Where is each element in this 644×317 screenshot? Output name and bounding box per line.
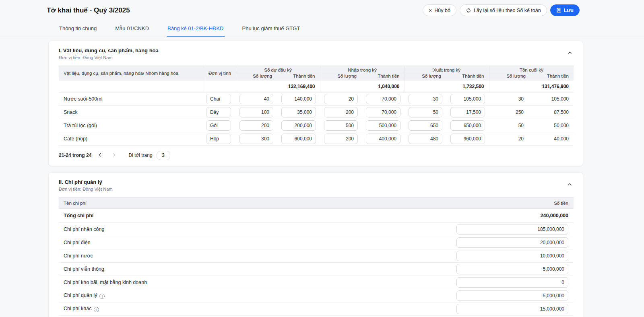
out-amount-input[interactable] — [450, 94, 485, 104]
col-sub-qty: Số lượng — [405, 73, 447, 80]
topbar: Tờ khai thuế - Quý 3/2025 × Hủy bỏ Lấy l… — [0, 0, 644, 19]
out-amount-input[interactable] — [450, 107, 485, 117]
closing-qty-value: 50 — [489, 119, 531, 132]
expense-amount-input[interactable] — [456, 251, 568, 261]
pagination-page-input[interactable] — [157, 151, 170, 160]
expenses-table: Tên chi phí Số tiền Tổng chi phí 240,000… — [59, 197, 574, 316]
opening-amount-input[interactable] — [281, 107, 316, 117]
out-amount-input[interactable] — [450, 120, 485, 131]
cancel-button-label: Hủy bỏ — [434, 8, 450, 13]
total-expense-label: Tổng chi phí — [59, 209, 453, 223]
tab-mau-01-cnkd[interactable]: Mẫu 01/CNKD — [114, 23, 150, 37]
total-closing-amount: 131,476,900 — [531, 80, 574, 93]
reload-accounting-data-button[interactable]: Lấy lại số liệu theo Số kế toán — [460, 4, 547, 16]
col-group-closing: Tồn cuối kỳ — [489, 66, 574, 73]
unit-input[interactable] — [206, 107, 231, 117]
section2-currency-note: Đơn vị tiền: Đồng Việt Nam — [59, 187, 573, 191]
chevron-right-icon — [111, 152, 116, 158]
expense-amount-input[interactable] — [456, 237, 568, 248]
col-header-expense-name: Tên chi phí — [59, 198, 453, 209]
expense-amount-input[interactable] — [456, 290, 568, 301]
total-opening-amount: 132,169,400 — [278, 80, 320, 93]
materials-totals-row: 132,169,400 1,040,000 1,732,500 131,476,… — [59, 80, 574, 93]
list-item: Chi phí quản lý — [59, 289, 574, 303]
out-qty-input[interactable] — [409, 94, 442, 104]
in-qty-input[interactable] — [324, 94, 358, 104]
cancel-button[interactable]: × Hủy bỏ — [423, 4, 456, 16]
info-icon[interactable] — [99, 294, 105, 299]
tab-bang-ke-01-2-bk-hdkd[interactable]: Bảng kê 01-2/BK-HĐKD — [167, 23, 224, 37]
section-expenses-card: II. Chi phí quản lý Đơn vị tiền: Đồng Vi… — [48, 172, 583, 317]
section1-header: I. Vật liệu, dụng cụ, sản phẩm, hàng hóa… — [49, 41, 583, 64]
info-icon[interactable] — [94, 307, 99, 312]
opening-amount-input[interactable] — [281, 120, 316, 131]
tab-thong-tin-chung[interactable]: Thông tin chung — [58, 23, 97, 37]
opening-amount-input[interactable] — [281, 134, 316, 144]
expense-label: Chi phí quản lý — [64, 292, 97, 298]
list-item: Chi phí viễn thông — [59, 263, 574, 276]
pagination-prev-button[interactable] — [95, 150, 105, 160]
materials-table-head: Vật liệu, dụng cụ, sản phẩm, hàng hóa/ N… — [59, 66, 574, 80]
opening-qty-input[interactable] — [239, 134, 273, 144]
opening-qty-input[interactable] — [239, 120, 273, 131]
expense-amount-input[interactable] — [456, 264, 568, 274]
pagination: 21-24 trong 24 Đi tới trang — [49, 146, 583, 166]
tab-phu-luc-giam-thue-gtgt[interactable]: Phụ lục giảm thuế GTGT — [242, 23, 301, 37]
col-group-opening: Số dư đầu kỳ — [236, 66, 320, 73]
list-item: Chi phí điện — [59, 236, 574, 249]
materials-table: Vật liệu, dụng cụ, sản phẩm, hàng hóa/ N… — [59, 66, 574, 146]
expense-label: Chi phí khác — [64, 306, 91, 311]
col-header-product: Vật liệu, dụng cụ, sản phẩm, hàng hóa/ N… — [59, 66, 204, 80]
unit-input[interactable] — [206, 134, 231, 144]
col-group-out: Xuất trong kỳ — [405, 66, 489, 73]
total-out-amount: 1,732,500 — [447, 80, 489, 93]
save-button-label: Lưu — [564, 8, 574, 13]
out-amount-input[interactable] — [450, 134, 485, 144]
closing-qty-value: 250 — [489, 106, 531, 119]
chevron-up-icon — [567, 50, 572, 57]
opening-qty-input[interactable] — [239, 94, 273, 104]
in-qty-input[interactable] — [324, 107, 358, 117]
reload-button-label: Lấy lại số liệu theo Số kế toán — [474, 8, 541, 13]
expense-amount-input[interactable] — [456, 277, 568, 288]
unit-input[interactable] — [206, 94, 231, 104]
save-button[interactable]: Lưu — [550, 4, 580, 16]
in-qty-input[interactable] — [324, 134, 358, 144]
in-amount-input[interactable] — [366, 134, 400, 144]
out-qty-input[interactable] — [409, 107, 442, 117]
opening-amount-input[interactable] — [281, 94, 316, 104]
list-item: Chi phí nước — [59, 249, 574, 263]
closing-amount-value: 50,000 — [531, 119, 574, 132]
expense-amount-input[interactable] — [456, 224, 568, 235]
in-amount-input[interactable] — [366, 107, 400, 117]
product-name: Trà túi lọc (gói) — [59, 119, 204, 132]
expense-amount-input[interactable] — [456, 304, 568, 314]
in-qty-input[interactable] — [324, 120, 358, 131]
list-item: Chi phí khác — [59, 303, 574, 316]
pagination-next-button[interactable] — [109, 150, 119, 160]
total-in-amount: 1,040,000 — [362, 80, 405, 93]
closing-amount-value: 40,000 — [531, 132, 574, 146]
section2-collapse-button[interactable] — [565, 181, 574, 189]
save-icon — [556, 8, 561, 13]
product-name: Snack — [59, 106, 204, 119]
table-row: Cafe (hộp) 20 40,000 — [59, 132, 574, 146]
product-name: Cafe (hộp) — [59, 132, 204, 146]
col-header-unit: Đơn vị tính — [204, 66, 236, 80]
expenses-total-row: Tổng chi phí 240,000,000 — [59, 209, 574, 223]
total-expense-amount: 240,000,000 — [453, 209, 574, 223]
table-row: Snack 250 87,500 — [59, 106, 574, 119]
expense-label: Chi phí nước — [59, 249, 453, 263]
header-actions: × Hủy bỏ Lấy lại số liệu theo Số kế toán… — [423, 4, 580, 16]
col-group-in: Nhập trong kỳ — [320, 66, 405, 73]
in-amount-input[interactable] — [366, 120, 400, 131]
out-qty-input[interactable] — [409, 134, 442, 144]
out-qty-input[interactable] — [409, 120, 442, 131]
in-amount-input[interactable] — [366, 94, 400, 104]
opening-qty-input[interactable] — [239, 107, 273, 117]
section1-collapse-button[interactable] — [565, 49, 574, 58]
expense-label: Chi phí nhân công — [59, 223, 453, 236]
list-item: Chi phí kho bãi, mặt bằng kinh doanh — [59, 276, 574, 289]
unit-input[interactable] — [206, 120, 231, 131]
pagination-range: 21-24 trong 24 — [59, 152, 91, 158]
